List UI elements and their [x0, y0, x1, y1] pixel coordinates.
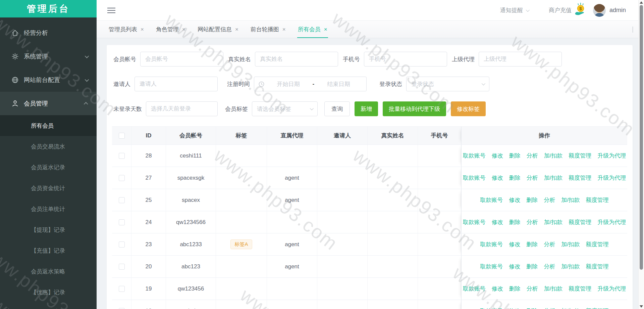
- action-link[interactable]: 修改: [492, 152, 503, 160]
- tab-close-icon[interactable]: ×: [235, 27, 238, 32]
- tab-active[interactable]: 所有会员×: [298, 21, 327, 38]
- sidebar-item-business-analysis[interactable]: 经营分析: [0, 21, 97, 45]
- inviter-input[interactable]: [135, 77, 218, 91]
- row-checkbox[interactable]: [119, 241, 125, 248]
- member-tag-select[interactable]: 请选会员标签: [252, 101, 318, 116]
- action-link[interactable]: 额度管理: [569, 218, 591, 226]
- tab-item[interactable]: 前台轮播图×: [251, 21, 286, 38]
- action-link[interactable]: 升级为代理: [597, 218, 626, 226]
- register-time-range-picker[interactable]: 开始日期 - 结束日期: [254, 77, 367, 91]
- action-link[interactable]: 额度管理: [586, 196, 609, 204]
- action-link[interactable]: 取款账号: [463, 152, 486, 160]
- scrollbar-up-arrow[interactable]: [640, 1, 643, 4]
- action-link[interactable]: 删除: [509, 152, 521, 160]
- row-checkbox[interactable]: [119, 153, 125, 159]
- sidebar-subitem[interactable]: 【充值】记录: [0, 240, 97, 261]
- action-link[interactable]: 取款账号: [463, 174, 486, 182]
- sidebar-subitem[interactable]: 会员返水记录: [0, 157, 97, 178]
- row-checkbox[interactable]: [119, 308, 125, 309]
- row-checkbox[interactable]: [119, 286, 125, 292]
- action-link[interactable]: 升级为代理: [597, 285, 626, 293]
- action-link[interactable]: 加/扣款: [544, 174, 563, 182]
- action-link[interactable]: 修改: [509, 240, 520, 248]
- hamburger-menu-icon[interactable]: [107, 5, 116, 16]
- action-link[interactable]: 修改: [509, 196, 520, 204]
- phone-input[interactable]: [364, 52, 447, 67]
- notification-menu[interactable]: 通知提醒: [500, 6, 529, 14]
- action-link[interactable]: 取款账号: [480, 263, 503, 270]
- action-link[interactable]: 加/扣款: [544, 218, 563, 226]
- tab-close-icon[interactable]: ×: [182, 27, 185, 32]
- action-link[interactable]: 取款账号: [480, 196, 503, 204]
- tab-item[interactable]: 网站配置信息×: [198, 21, 238, 38]
- account-input[interactable]: [140, 52, 223, 67]
- action-link[interactable]: 升级为代理: [597, 152, 626, 160]
- sidebar-item-system-management[interactable]: 系统管理: [0, 45, 97, 68]
- action-link[interactable]: 分析: [527, 285, 538, 293]
- action-link[interactable]: 删除: [526, 307, 538, 309]
- action-link[interactable]: 修改: [509, 263, 520, 270]
- select-all-checkbox[interactable]: [119, 133, 125, 139]
- sidebar-subitem[interactable]: 会员交易流水: [0, 136, 97, 157]
- action-link[interactable]: 修改: [509, 307, 520, 309]
- action-link[interactable]: 删除: [526, 196, 538, 204]
- action-link[interactable]: 取款账号: [463, 218, 486, 226]
- action-link[interactable]: 取款账号: [480, 307, 503, 309]
- action-link[interactable]: 加/扣款: [544, 285, 563, 293]
- batch-move-button[interactable]: 批量移动到代理下级: [383, 101, 446, 116]
- sidebar-item-member-management[interactable]: 会员管理: [0, 92, 97, 115]
- action-link[interactable]: 加/扣款: [561, 196, 580, 204]
- action-link[interactable]: 删除: [526, 240, 538, 248]
- real-name-input[interactable]: [255, 52, 338, 67]
- action-link[interactable]: 删除: [509, 218, 521, 226]
- tab-close-icon[interactable]: ×: [324, 27, 327, 32]
- edit-tag-button[interactable]: 修改标签: [451, 101, 486, 116]
- row-checkbox[interactable]: [119, 264, 125, 270]
- action-link[interactable]: 加/扣款: [561, 263, 580, 270]
- scrollbar-thumb[interactable]: [640, 5, 643, 270]
- action-link[interactable]: 分析: [527, 152, 538, 160]
- merchant-recharge-button[interactable]: 商户充值 $: [549, 3, 588, 18]
- action-link[interactable]: 分析: [544, 263, 555, 270]
- action-link[interactable]: 删除: [509, 285, 521, 293]
- action-link[interactable]: 分析: [527, 174, 538, 182]
- search-button[interactable]: 查询: [324, 101, 350, 116]
- scrollbar-down-arrow[interactable]: [640, 305, 643, 308]
- action-link[interactable]: 修改: [492, 285, 503, 293]
- action-link[interactable]: 修改: [492, 174, 503, 182]
- action-link[interactable]: 分析: [544, 307, 555, 309]
- sidebar-subitem[interactable]: 所有会员: [0, 115, 97, 136]
- action-link[interactable]: 分析: [544, 196, 555, 204]
- tabs-overflow-button[interactable]: [627, 23, 638, 36]
- tab-item[interactable]: 管理员列表×: [109, 21, 144, 38]
- tab-close-icon[interactable]: ×: [141, 27, 144, 32]
- action-link[interactable]: 修改: [492, 218, 503, 226]
- action-link[interactable]: 额度管理: [586, 240, 609, 248]
- action-link[interactable]: 额度管理: [569, 174, 591, 182]
- action-link[interactable]: 额度管理: [586, 263, 609, 270]
- action-link[interactable]: 取款账号: [463, 285, 486, 293]
- action-link[interactable]: 取款账号: [480, 240, 503, 248]
- action-link[interactable]: 删除: [526, 263, 538, 270]
- no-login-days-input[interactable]: [146, 101, 218, 116]
- sidebar-subitem[interactable]: 会员返水策略: [0, 261, 97, 282]
- tab-item[interactable]: 角色管理×: [156, 21, 185, 38]
- action-link[interactable]: 删除: [509, 174, 521, 182]
- parent-agent-input[interactable]: [479, 52, 562, 67]
- sidebar-subitem[interactable]: 【提现】记录: [0, 219, 97, 240]
- sidebar-item-frontend-config[interactable]: 网站前台配置: [0, 68, 97, 92]
- add-button[interactable]: 新增: [355, 101, 378, 116]
- action-link[interactable]: 额度管理: [586, 307, 609, 309]
- vertical-scrollbar[interactable]: [638, 0, 644, 309]
- action-link[interactable]: 加/扣款: [561, 307, 580, 309]
- row-checkbox[interactable]: [119, 175, 125, 181]
- row-checkbox[interactable]: [119, 219, 125, 225]
- sidebar-subitem[interactable]: 会员注单统计: [0, 198, 97, 219]
- action-link[interactable]: 分析: [544, 240, 555, 248]
- action-link[interactable]: 分析: [527, 218, 538, 226]
- action-link[interactable]: 升级为代理: [597, 174, 626, 182]
- login-status-select[interactable]: 登录状态: [406, 77, 489, 91]
- row-checkbox[interactable]: [119, 197, 125, 203]
- action-link[interactable]: 额度管理: [569, 285, 591, 293]
- action-link[interactable]: 加/扣款: [544, 152, 563, 160]
